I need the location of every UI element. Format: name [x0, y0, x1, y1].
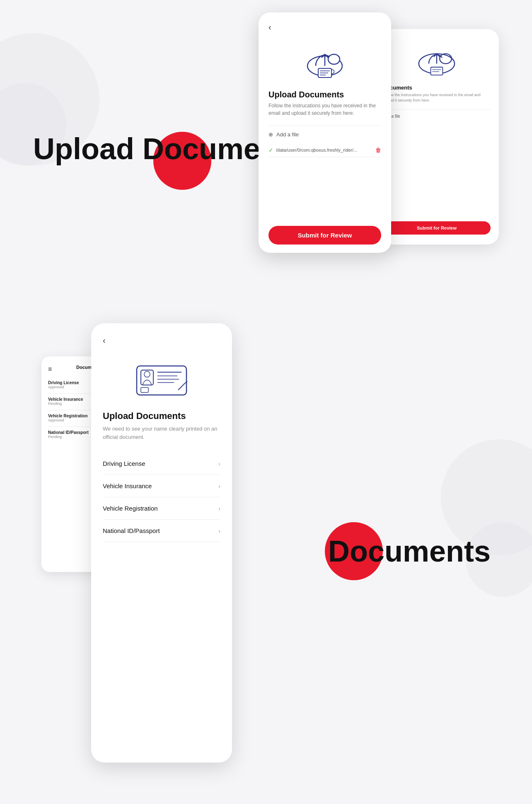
back-card-cloud-icon	[383, 39, 491, 80]
front-card-desc: Follow the instrucations you have receiv…	[268, 102, 381, 117]
trash-icon[interactable]: 🗑	[375, 147, 381, 153]
chevron-right-icon-2: ›	[218, 483, 220, 489]
back-card-add-file[interactable]: Add a file	[383, 109, 491, 119]
svg-rect-3	[431, 67, 443, 75]
doc-item-driving-license[interactable]: Driving License ›	[103, 453, 220, 475]
file-path-left: ✓ /data/user/0/com.qboxus.freshly_rider/…	[268, 147, 357, 153]
back-card-desc: Follow the instrucations you have receiv…	[383, 92, 491, 103]
add-file-label: Add a file	[276, 131, 299, 138]
phone-card-main: ‹	[91, 323, 232, 763]
cloud-illustration	[268, 40, 381, 82]
submit-review-button[interactable]: Submit for Review	[268, 226, 381, 245]
doc-item-registration-label: Vehicle Registration	[103, 505, 158, 512]
doc-item-driving-label: Driving License	[103, 460, 145, 467]
main-card-desc: We need to see your name clearly printed…	[103, 425, 220, 441]
svg-point-7	[328, 54, 340, 64]
top-section: Upload Documents Documents Follow the in…	[0, 0, 532, 298]
back-card-title: Documents	[383, 85, 491, 91]
phone-card-back: Documents Follow the instrucations you h…	[375, 29, 499, 245]
main-back-button[interactable]: ‹	[103, 336, 106, 345]
file-path-row: ✓ /data/user/0/com.qboxus.freshly_rider/…	[268, 143, 381, 157]
add-file-row[interactable]: ⊕ Add a file	[268, 125, 381, 138]
bottom-heading: Documents	[328, 534, 491, 568]
chevron-right-icon-4: ›	[218, 528, 220, 534]
front-card-title: Upload Documents	[268, 90, 381, 99]
phone-card-front: ‹ Upload Documents Fol	[259, 12, 391, 253]
sidebar-menu-icon: ≡	[48, 366, 52, 373]
doc-illustration	[103, 358, 220, 399]
phone-top-container: Documents Follow the instrucations you h…	[259, 12, 499, 286]
chevron-right-icon-3: ›	[218, 505, 220, 512]
check-circle-icon: ✓	[268, 147, 273, 153]
doc-item-national-id[interactable]: National ID/Passport ›	[103, 520, 220, 542]
main-card-title: Upload Documents	[103, 411, 220, 421]
doc-item-national-id-label: National ID/Passport	[103, 527, 160, 534]
doc-item-insurance-label: Vehicle Insurance	[103, 482, 152, 489]
chevron-right-icon-1: ›	[218, 460, 220, 467]
front-back-button[interactable]: ‹	[268, 22, 271, 32]
doc-item-vehicle-registration[interactable]: Vehicle Registration ›	[103, 497, 220, 520]
add-file-icon: ⊕	[268, 131, 273, 138]
phone-bottom-container: ≡ Documents Driving License Approved Veh…	[41, 323, 273, 779]
doc-item-vehicle-insurance[interactable]: Vehicle Insurance ›	[103, 475, 220, 497]
back-submit-button[interactable]: Submit for Review	[383, 221, 491, 235]
bottom-section: Documents ≡ Documents Driving License Ap…	[0, 298, 532, 804]
file-path-text: /data/user/0/com.qboxus.freshly_rider/..…	[276, 148, 357, 153]
